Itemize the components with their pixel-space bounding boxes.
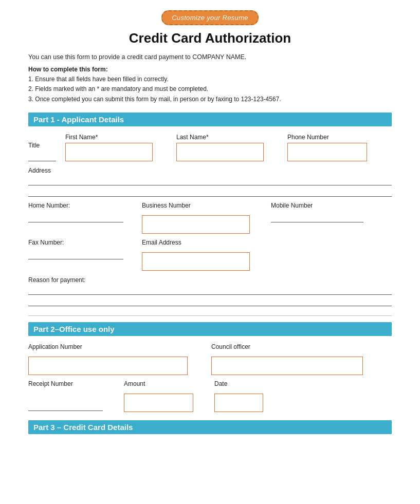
mobile-number-group: Mobile Number: [271, 202, 363, 225]
how-to-section: How to complete this form: 1. Ensure tha…: [28, 65, 392, 104]
email-address-group: Email Address: [142, 239, 252, 271]
amount-label: Amount: [124, 380, 196, 387]
form-title: Credit Card Authorization: [28, 30, 392, 46]
lastname-label: Last Name*: [176, 134, 269, 141]
title-label: Title: [28, 142, 56, 149]
intro-text: You can use this form to provide a credi…: [28, 53, 392, 61]
part2-header: Part 2–Office use only: [28, 322, 392, 336]
customize-button[interactable]: Customize your Resume: [161, 10, 259, 25]
receipt-number-line: [28, 402, 103, 411]
reason-line2: [28, 297, 392, 306]
amount-group: Amount: [124, 380, 196, 412]
fax-number-line: [28, 250, 123, 259]
title-field-group: Title: [28, 142, 56, 161]
app-number-label: Application Number: [28, 343, 193, 350]
lastname-field-group: Last Name*: [176, 134, 269, 161]
how-to-step3: 3. Once completed you can submit this fo…: [28, 96, 281, 103]
business-number-group: Business Number: [142, 202, 252, 234]
mobile-number-label: Mobile Number: [271, 202, 363, 209]
address-line2: [28, 188, 392, 197]
firstname-input[interactable]: [65, 143, 153, 161]
council-officer-label: Council officer: [211, 343, 366, 350]
fax-number-group: Fax Number:: [28, 239, 123, 262]
how-to-step2: 2. Fields marked with an * are mandatory…: [28, 85, 208, 92]
amount-input[interactable]: [124, 394, 193, 412]
address-section: Address: [28, 166, 392, 197]
part3-header: Part 3 – Credit Card Details: [28, 420, 392, 434]
office-row1: Application Number Council officer: [28, 343, 392, 375]
receipt-number-label: Receipt Number: [28, 380, 105, 387]
home-number-label: Home Number:: [28, 202, 123, 209]
how-to-step1: 1. Ensure that all fields have been fill…: [28, 76, 169, 83]
date-input[interactable]: [214, 394, 263, 412]
home-number-group: Home Number:: [28, 202, 123, 225]
part1-header: Part 1 - Applicant Details: [28, 113, 392, 126]
email-address-label: Email Address: [142, 239, 252, 246]
date-group: Date: [214, 380, 266, 412]
council-officer-group: Council officer: [211, 343, 366, 375]
how-to-title: How to complete this form:: [28, 66, 108, 73]
council-officer-input[interactable]: [211, 357, 363, 375]
numbers-row1: Home Number: Business Number Mobile Numb…: [28, 202, 392, 234]
app-number-input[interactable]: [28, 357, 188, 375]
reason-line1: [28, 286, 392, 295]
office-row2: Receipt Number Amount Date: [28, 380, 392, 413]
address-label: Address: [28, 167, 51, 174]
name-row: Title First Name* Last Name* Phone Numbe…: [28, 134, 392, 161]
section-divider: [28, 315, 392, 316]
firstname-field-group: First Name*: [65, 134, 158, 161]
business-number-label: Business Number: [142, 202, 252, 209]
mobile-number-line: [271, 213, 363, 222]
reason-label: Reason for payment:: [28, 276, 85, 284]
numbers-row2: Fax Number: Email Address: [28, 239, 392, 271]
receipt-number-group: Receipt Number: [28, 380, 105, 413]
email-address-input[interactable]: [142, 252, 250, 271]
app-number-group: Application Number: [28, 343, 193, 375]
fax-number-label: Fax Number:: [28, 239, 123, 246]
phone-input[interactable]: [287, 143, 367, 161]
home-number-line: [28, 213, 123, 222]
lastname-input[interactable]: [176, 143, 264, 161]
form-page: Customize your Resume Credit Card Author…: [0, 0, 420, 504]
date-label: Date: [214, 380, 266, 387]
phone-field-group: Phone Number: [287, 134, 371, 161]
title-input[interactable]: [28, 151, 56, 161]
phone-label: Phone Number: [287, 134, 371, 141]
reason-section: Reason for payment:: [28, 276, 392, 306]
customize-btn-wrap: Customize your Resume: [28, 10, 392, 25]
address-line1: [28, 176, 392, 185]
business-number-input[interactable]: [142, 215, 250, 234]
firstname-label: First Name*: [65, 134, 158, 141]
